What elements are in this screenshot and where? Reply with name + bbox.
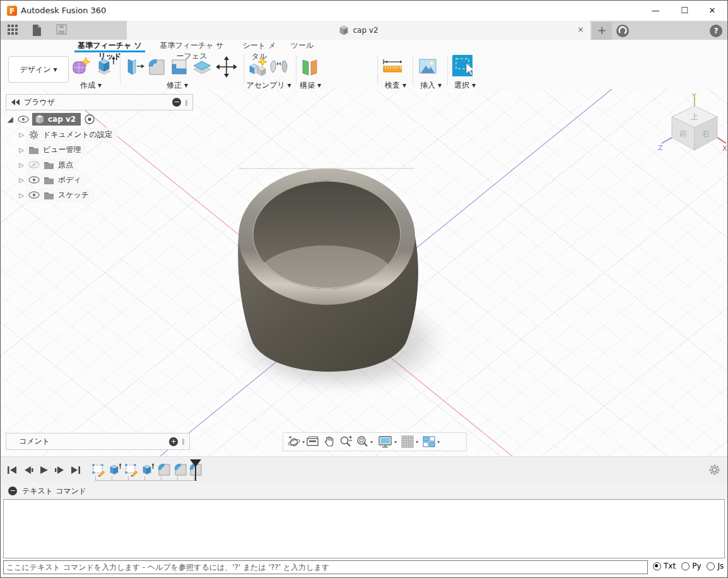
viewports-caret[interactable]: ▾ bbox=[437, 439, 440, 445]
timeline-feature-fillet[interactable] bbox=[173, 463, 187, 476]
comment-grip-icon[interactable]: ∥ bbox=[182, 438, 185, 445]
mode-radio-js[interactable]: Js bbox=[707, 562, 724, 570]
radio-dot[interactable] bbox=[653, 562, 661, 570]
expander-icon[interactable]: ▷ bbox=[17, 192, 26, 199]
new-tab-button[interactable]: + bbox=[592, 22, 612, 40]
play-button[interactable] bbox=[39, 466, 49, 475]
text-command-input[interactable] bbox=[3, 560, 648, 574]
file-icon[interactable] bbox=[31, 24, 42, 37]
viewports-icon[interactable] bbox=[422, 435, 436, 449]
help-icon[interactable]: ? bbox=[710, 25, 722, 37]
measure-icon[interactable] bbox=[382, 56, 402, 78]
visibility-eye-icon[interactable] bbox=[28, 191, 40, 199]
maximize-button[interactable]: ☐ bbox=[671, 1, 698, 20]
text-command-console[interactable] bbox=[3, 499, 725, 558]
radio-dot[interactable] bbox=[707, 562, 715, 570]
browser-grip-icon[interactable]: ∥ bbox=[185, 99, 189, 106]
tab-tools[interactable]: ツール bbox=[290, 40, 315, 50]
workspace-selector[interactable]: デザイン ▾ bbox=[8, 56, 69, 83]
group-label-inspect[interactable]: 検査 ▾ bbox=[377, 80, 414, 89]
mode-radio-py[interactable]: Py bbox=[681, 562, 701, 570]
orbit-caret[interactable]: ▾ bbox=[302, 439, 305, 445]
fit-icon[interactable] bbox=[355, 435, 369, 449]
insert-image-icon[interactable] bbox=[418, 56, 438, 78]
comment-bar[interactable]: コメント + ∥ bbox=[6, 433, 190, 450]
job-status-icon[interactable] bbox=[616, 25, 629, 37]
select-icon[interactable] bbox=[452, 55, 473, 76]
expander-icon[interactable]: ▷ bbox=[17, 177, 26, 184]
tab-sheet-metal[interactable]: シート メタル bbox=[239, 40, 279, 50]
create-primitive-icon[interactable] bbox=[71, 56, 91, 78]
cap-model[interactable] bbox=[238, 168, 418, 372]
timeline-position-marker-head[interactable] bbox=[190, 459, 201, 467]
go-to-end-button[interactable] bbox=[70, 466, 81, 475]
text-command-header[interactable]: − テキスト コマンド bbox=[1, 483, 727, 499]
step-forward-button[interactable] bbox=[54, 466, 66, 475]
expander-icon[interactable]: ▷ bbox=[17, 162, 26, 168]
browser-item-bodies[interactable]: ▷ ボディ bbox=[6, 173, 86, 187]
root-expander-icon[interactable]: ◢ bbox=[6, 115, 15, 124]
root-component-chip[interactable]: cap v2 bbox=[32, 113, 81, 126]
tab-surface[interactable]: 基準フィーチャ サーフェス bbox=[157, 40, 226, 50]
group-label-create[interactable]: 作成 ▾ bbox=[72, 80, 110, 89]
group-label-assemble[interactable]: アセンブリ ▾ bbox=[243, 80, 295, 89]
viewport-canvas[interactable]: Y 上 前 右 Z X bbox=[1, 89, 727, 456]
browser-item-view-management[interactable]: ▷ ビュー管理 bbox=[6, 143, 86, 156]
document-tab[interactable]: cap v2 × bbox=[127, 21, 590, 40]
minimize-button[interactable]: — bbox=[642, 1, 669, 20]
browser-root-row[interactable]: ◢ cap v2 bbox=[6, 112, 95, 126]
timeline-feature-fillet[interactable] bbox=[157, 463, 171, 476]
expander-icon[interactable]: ▷ bbox=[17, 146, 26, 153]
browser-item-origin[interactable]: ▷ 原点 bbox=[6, 158, 78, 172]
close-document-icon[interactable]: × bbox=[577, 25, 584, 34]
group-label-select[interactable]: 選択 ▾ bbox=[446, 80, 484, 89]
step-back-button[interactable] bbox=[23, 466, 35, 475]
app-grid-icon[interactable] bbox=[7, 24, 20, 37]
group-label-construct[interactable]: 構築 ▾ bbox=[291, 80, 329, 89]
display-settings-icon[interactable] bbox=[378, 435, 393, 449]
radio-dot[interactable] bbox=[681, 562, 690, 570]
visibility-eye-icon[interactable] bbox=[18, 115, 29, 123]
mode-radio-txt[interactable]: Txt bbox=[653, 562, 676, 570]
timeline-feature-extrude[interactable] bbox=[108, 463, 122, 476]
timeline-feature-sketch[interactable] bbox=[124, 463, 138, 476]
fillet-icon[interactable] bbox=[146, 56, 167, 78]
extrude-icon[interactable] bbox=[95, 56, 115, 78]
text-command-minimize-icon[interactable]: − bbox=[8, 487, 17, 495]
group-label-insert[interactable]: 挿入 ▾ bbox=[412, 80, 450, 89]
grid-settings-caret[interactable]: ▾ bbox=[416, 439, 418, 445]
pan-icon[interactable] bbox=[322, 435, 336, 449]
go-to-start-button[interactable] bbox=[7, 466, 18, 475]
browser-item-sketches[interactable]: ▷ スケッチ bbox=[6, 188, 94, 202]
add-comment-icon[interactable]: + bbox=[169, 437, 178, 446]
timeline-feature-sketch[interactable] bbox=[91, 463, 105, 476]
browser-minimize-icon[interactable]: − bbox=[172, 98, 181, 107]
joint-icon[interactable] bbox=[270, 56, 290, 78]
view-cube[interactable]: Y 上 前 右 Z X bbox=[657, 92, 727, 160]
timeline-feature-extrude[interactable] bbox=[141, 463, 155, 476]
new-component-icon[interactable] bbox=[247, 56, 267, 78]
display-settings-caret[interactable]: ▾ bbox=[394, 439, 397, 445]
shell-icon[interactable] bbox=[169, 56, 189, 78]
collapse-browser-icon[interactable] bbox=[11, 99, 20, 105]
grid-settings-icon[interactable] bbox=[401, 435, 414, 449]
visibility-eye-icon[interactable] bbox=[28, 176, 40, 184]
browser-item-document-settings[interactable]: ▷ ドキュメントの設定 bbox=[6, 127, 117, 141]
visibility-off-eye-icon[interactable] bbox=[28, 161, 40, 168]
browser-header[interactable]: ブラウザ − ∥ bbox=[6, 94, 193, 110]
timeline-settings-gear-icon[interactable] bbox=[708, 464, 720, 476]
save-icon[interactable] bbox=[56, 24, 68, 35]
offset-face-icon[interactable] bbox=[192, 56, 212, 78]
close-button[interactable]: ✕ bbox=[698, 1, 726, 20]
press-pull-icon[interactable] bbox=[124, 56, 144, 78]
move-icon[interactable] bbox=[216, 56, 237, 78]
expander-icon[interactable]: ▷ bbox=[17, 131, 26, 138]
group-label-modify[interactable]: 修正 ▾ bbox=[158, 80, 196, 89]
construct-plane-icon[interactable] bbox=[300, 56, 320, 78]
orbit-icon[interactable] bbox=[287, 435, 301, 449]
fit-caret[interactable]: ▾ bbox=[370, 439, 373, 445]
tab-solid[interactable]: 基準フィーチャ ソリッド bbox=[74, 40, 145, 50]
zoom-icon[interactable] bbox=[339, 435, 353, 449]
activate-component-radio[interactable] bbox=[84, 114, 95, 125]
look-at-icon[interactable] bbox=[306, 435, 320, 449]
